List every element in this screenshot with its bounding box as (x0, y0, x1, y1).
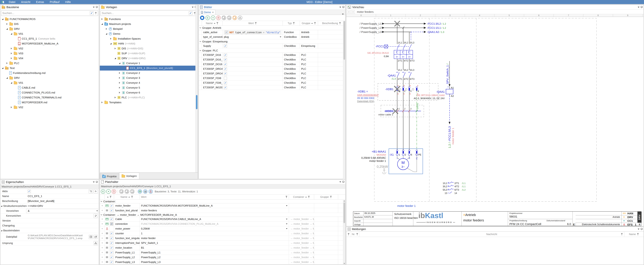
col-container[interactable]: Container (289, 194, 314, 199)
save-button[interactable] (200, 16, 204, 20)
panel-menu-icon[interactable] (93, 7, 95, 8)
col-name[interactable]: Name (114, 194, 140, 199)
group-row[interactable]: Gruppe: Einspeisung (199, 39, 345, 44)
chevron-down-icon[interactable] (100, 214, 102, 215)
delete-button[interactable] (112, 189, 116, 194)
filter-icon[interactable] (314, 22, 316, 24)
tree-item-Conveyor 1[interactable]: Conveyor 1 (100, 61, 198, 66)
copy-button[interactable] (227, 16, 232, 20)
property-row-cable_active[interactable]: cable_active✓NOTtype_of_connection="dire… (199, 30, 345, 35)
group-row[interactable]: Container: (100, 199, 345, 203)
filter-icon[interactable] (339, 22, 341, 24)
property-row-ET200SP_DO16[interactable]: ET200SP_DO16✓CheckBoxPLC (199, 62, 345, 67)
tree-item-Demo[interactable]: PDemo (100, 31, 198, 36)
active-checkbox[interactable]: ✓ (110, 209, 113, 212)
delete-button[interactable] (216, 16, 221, 20)
expander-icon[interactable] (1, 230, 2, 231)
group-row[interactable]: Gruppe: Antrieb (199, 26, 345, 30)
cell-wert[interactable]: motor feeder (140, 236, 289, 240)
search-toggle-checkbox[interactable]: ✓ (189, 11, 192, 15)
panel-menu-icon[interactable] (93, 182, 95, 183)
expander-icon[interactable] (115, 97, 116, 98)
add-cell[interactable]: + (100, 250, 105, 255)
check-cell[interactable]: ✓ (109, 241, 114, 245)
chevron-down-icon[interactable] (200, 27, 201, 28)
cell-wert[interactable]: PowerSupply_L1 (140, 250, 289, 255)
placeholder-row-connection[interactable]: +✓connectionFUNCTIONMACROS/DRV/V04.CONNE… (100, 221, 345, 226)
cell-wert[interactable]: ✓ (222, 81, 283, 85)
value-checkbox[interactable]: ✓ (224, 86, 227, 89)
expander-icon[interactable] (102, 18, 103, 20)
filter-icon[interactable] (95, 12, 97, 14)
placeholder-row-Cable[interactable]: +✓CableFUNCTIONMACROS/DRV/V04.CABLE_Mult… (100, 217, 345, 221)
col-typ[interactable]: Typ (283, 21, 300, 26)
tree-item-MOTORFEEDER.md[interactable]: MOTORFEEDER.md (0, 100, 99, 105)
cell-wert[interactable]: ✓ (222, 53, 283, 57)
cell-wert[interactable]: ✓ (222, 62, 283, 67)
menu-prueflauf[interactable]: Prüflauf (47, 0, 62, 4)
tree-item-Maximum projects[interactable]: Maximum projects (100, 22, 198, 27)
paste-button[interactable] (232, 16, 237, 20)
tree-item-DRV[interactable]: DRV (0, 75, 99, 80)
cell-wert[interactable]: ✓ (222, 67, 283, 71)
pin-icon[interactable] (342, 181, 344, 183)
col-nr[interactable]: Nr. (351, 232, 359, 237)
export-button[interactable] (94, 235, 98, 239)
tree-item-PLC[interactable]: =PLC(==HAN=PLC) (100, 95, 198, 100)
expander-icon[interactable] (101, 23, 103, 25)
expander-icon[interactable] (119, 63, 120, 64)
tab-vorlagen[interactable]: Vorlagen (119, 173, 139, 179)
cell-wert[interactable]: SPV_Switch_1 (140, 241, 289, 245)
duplicate-button[interactable] (222, 16, 226, 20)
expander-icon[interactable] (110, 38, 112, 40)
col-name[interactable]: Name (202, 21, 222, 26)
panel-menu-icon[interactable] (340, 7, 341, 8)
cell-wert[interactable]: plug (222, 35, 283, 39)
expander-icon[interactable] (6, 23, 8, 25)
placeholder-row-InterruptionPoint_Switch[interactable]: +✓InterruptionPoint_SwitchSPV_Switch_1→ … (100, 241, 345, 245)
filter-column[interactable] (346, 232, 351, 237)
col-wert[interactable]: Wert (222, 21, 283, 26)
cell-wert[interactable]: motor feeders (140, 208, 289, 213)
expander-icon[interactable] (106, 28, 107, 30)
copy-structure-button[interactable] (119, 189, 124, 194)
checklist-button[interactable] (89, 189, 93, 193)
chevron-down-icon[interactable] (280, 37, 281, 37)
value-checkbox[interactable] (224, 77, 227, 80)
chevron-down-icon[interactable] (286, 228, 288, 229)
active-checkbox[interactable]: ✓ (110, 217, 113, 221)
expr-checkbox[interactable]: ✓ (225, 31, 228, 34)
tree-item-CONNECTION_TERMINALS.md[interactable]: CONNECTION_TERMINALS.md (0, 95, 99, 100)
expander-icon[interactable] (6, 77, 8, 79)
tab-demo[interactable]: Demo × (199, 10, 215, 15)
property-row-ET200SP_DRO4_1[interactable]: ET200SP_DRO4_1✓CheckBoxPLC (199, 67, 345, 71)
active-checkbox[interactable]: ✓ (110, 241, 113, 244)
filter-icon[interactable] (308, 196, 310, 198)
tree-item-Conveyor 6[interactable]: Conveyor 6 (100, 90, 198, 95)
tree-item-MOTORFEEDER_MultiLine_A[interactable]: MOTORFEEDER_MultiLine_A (0, 41, 99, 46)
tree-item-Text[interactable]: Text (0, 66, 99, 71)
add-cell[interactable]: + (100, 221, 105, 226)
active-checkbox[interactable]: ✓ (110, 246, 113, 249)
tree-item-FUNCTIONMACROS[interactable]: FUNCTIONMACROS (0, 17, 99, 22)
value-checkbox[interactable]: ✓ (224, 45, 227, 48)
property-row-ET200SP_FDI8_24V[interactable]: ET200SP_FDI8_24V✓CheckBoxPLC (199, 81, 345, 85)
expander-icon[interactable] (6, 28, 8, 30)
tree-item-V04[interactable]: V04 (0, 56, 99, 61)
tree-item-V01[interactable]: V01 (0, 80, 99, 85)
nav-back-button[interactable]: ‹ (347, 10, 351, 14)
check-cell[interactable]: ✓ (109, 208, 114, 213)
expander-icon[interactable] (119, 77, 120, 79)
cell-wert[interactable]: ✓ (222, 44, 283, 48)
filter-icon[interactable] (330, 196, 332, 198)
struktur-field[interactable]: ==HAN=DRV (26, 204, 99, 207)
placeholder-row-function_text_plural[interactable]: +✓function_text_pluralmotor feeders (100, 208, 345, 213)
search-toggle-checkbox[interactable]: ✓ (90, 11, 94, 15)
check-cell[interactable]: ✓ (109, 217, 114, 221)
placeholder-row-PowerSupply_L1[interactable]: +✓PowerSupply_L1PowerSupply_L1→ motor_fe… (100, 250, 345, 255)
expander-icon[interactable] (119, 92, 120, 94)
tree-item-Functions[interactable]: Functions (100, 17, 198, 22)
col-wert[interactable]: Wert (140, 194, 289, 199)
tree-item-Conveyor 3[interactable]: Conveyor 3 (100, 75, 198, 80)
add-cell[interactable]: + (100, 226, 105, 231)
